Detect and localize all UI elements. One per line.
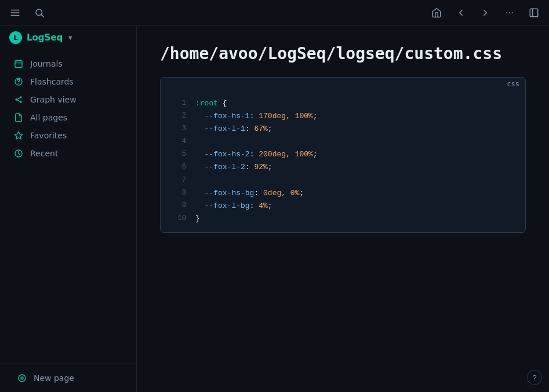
code-line-5: 5 --fox-hs-2: 200deg, 100%; — [161, 148, 525, 161]
new-page-button[interactable]: New page — [7, 369, 129, 387]
topbar-left — [7, 5, 48, 21]
line-number-9: 9 — [170, 200, 186, 213]
code-text-1: :root { — [195, 97, 227, 110]
sidebar-item-graph-view[interactable]: Graph view — [3, 91, 133, 108]
code-text-7 — [195, 174, 200, 187]
line-number-10: 10 — [170, 213, 186, 225]
content-area: /home/avoo/LogSeq/logseq/custom.css css … — [137, 25, 549, 392]
line-number-6: 6 — [170, 161, 186, 174]
brand-logo: L — [9, 31, 22, 44]
graph-view-label: Graph view — [30, 95, 77, 104]
syntax-value: 170deg, 100% — [259, 112, 313, 120]
code-block: 1 :root { 2 --fox-hs-1: 170deg, 100%; 3 — [161, 90, 525, 232]
sidebar-item-journals[interactable]: Journals — [3, 55, 133, 72]
svg-rect-10 — [15, 61, 22, 68]
code-line-6: 6 --fox-l-2: 92%; — [161, 161, 525, 174]
topbar — [0, 0, 549, 25]
line-number-8: 8 — [170, 187, 186, 200]
forward-button[interactable] — [477, 5, 493, 21]
main-layout: L LogSeq ▾ Journals — [0, 25, 549, 392]
sidebar-nav: Journals Flashcards — [0, 50, 136, 364]
line-number-2: 2 — [170, 110, 186, 123]
sidebar-item-all-pages[interactable]: All pages — [3, 109, 133, 126]
more-icon — [505, 8, 514, 17]
brand-dropdown-icon: ▾ — [68, 34, 72, 42]
svg-rect-8 — [530, 9, 538, 17]
journals-icon — [13, 59, 24, 68]
brand-label: LogSeq — [27, 32, 63, 43]
svg-line-4 — [41, 14, 43, 17]
new-page-label: New page — [34, 373, 74, 383]
page-title: /home/avoo/LogSeq/logseq/custom.css — [160, 44, 526, 63]
sidebar-toggle-button[interactable] — [526, 5, 542, 21]
recent-icon — [13, 149, 24, 158]
svg-point-5 — [506, 12, 507, 13]
line-number-3: 3 — [170, 123, 186, 135]
line-number-7: 7 — [170, 174, 186, 187]
syntax-prop: --fox-hs-1 — [195, 112, 250, 120]
search-icon — [34, 8, 45, 18]
code-text-4 — [195, 135, 200, 148]
code-line-3: 3 --fox-l-1: 67%; — [161, 123, 525, 135]
new-page-icon — [16, 373, 28, 383]
syntax-selector: :root — [195, 99, 218, 108]
syntax-colon: : — [250, 112, 259, 120]
more-button[interactable] — [501, 5, 518, 21]
code-line-7: 7 — [161, 174, 525, 187]
line-number-5: 5 — [170, 148, 186, 161]
code-line-4: 4 — [161, 135, 525, 148]
recent-label: Recent — [30, 149, 58, 158]
code-text-5: --fox-hs-2: 200deg, 100%; — [195, 148, 318, 161]
code-line-1: 1 :root { — [161, 97, 525, 110]
home-button[interactable] — [428, 5, 445, 21]
sidebar-icon — [529, 8, 539, 18]
svg-line-19 — [17, 98, 20, 100]
topbar-right — [428, 5, 542, 21]
favorites-icon — [13, 131, 24, 140]
code-text-2: --fox-hs-1: 170deg, 100%; — [195, 110, 318, 123]
code-lang-label: css — [507, 80, 519, 88]
code-text-6: --fox-l-2: 92%; — [195, 161, 272, 174]
code-line-9: 9 --fox-l-bg: 4%; — [161, 200, 525, 213]
line-number-4: 4 — [170, 135, 186, 148]
flashcards-label: Flashcards — [30, 77, 74, 86]
svg-point-7 — [512, 12, 513, 13]
sidebar-item-flashcards[interactable]: Flashcards — [3, 73, 133, 90]
favorites-label: Favorites — [30, 131, 67, 140]
all-pages-label: All pages — [30, 113, 67, 122]
back-icon — [456, 8, 466, 18]
home-icon — [431, 8, 442, 18]
code-text-8: --fox-hs-bg: 0deg, 0%; — [195, 187, 304, 200]
svg-marker-21 — [14, 131, 22, 139]
code-block-header: css — [161, 78, 525, 90]
sidebar-item-recent[interactable]: Recent — [3, 145, 133, 162]
code-line-10: 10 } — [161, 213, 525, 225]
code-line-8: 8 --fox-hs-bg: 0deg, 0%; — [161, 187, 525, 200]
code-text-3: --fox-l-1: 67%; — [195, 123, 272, 135]
code-text-10: } — [195, 213, 200, 225]
sidebar-item-favorites[interactable]: Favorites — [3, 127, 133, 144]
help-button[interactable]: ? — [527, 370, 542, 385]
code-text-9: --fox-l-bg: 4%; — [195, 200, 272, 213]
sidebar-bottom: New page — [0, 364, 136, 392]
menu-button[interactable] — [7, 5, 23, 21]
svg-point-6 — [509, 12, 510, 13]
sidebar: L LogSeq ▾ Journals — [0, 25, 137, 392]
menu-icon — [10, 8, 20, 18]
search-button[interactable] — [31, 5, 48, 21]
code-line-2: 2 --fox-hs-1: 170deg, 100%; — [161, 110, 525, 123]
back-button[interactable] — [453, 5, 469, 21]
syntax-brace: { — [218, 99, 227, 108]
svg-line-20 — [17, 100, 20, 102]
code-block-wrapper: css 1 :root { 2 --fox-hs-1: 170deg, 100%… — [160, 77, 526, 233]
all-pages-icon — [13, 113, 24, 122]
forward-icon — [480, 8, 490, 18]
graph-view-icon — [13, 95, 24, 104]
flashcards-icon — [13, 77, 24, 86]
journals-label: Journals — [30, 59, 63, 68]
sidebar-brand[interactable]: L LogSeq ▾ — [0, 25, 136, 50]
line-number-1: 1 — [170, 97, 186, 110]
